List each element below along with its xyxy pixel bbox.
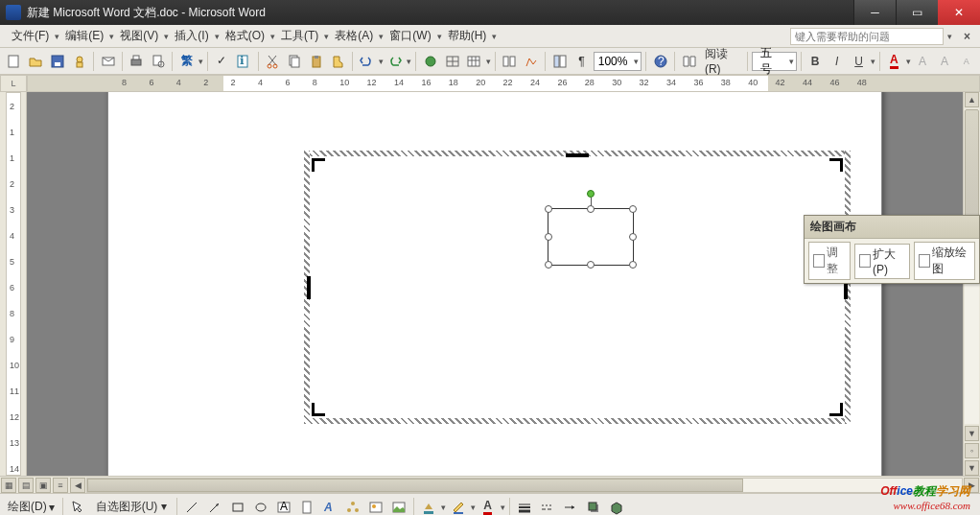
drawing-canvas-toolbar[interactable]: 绘图画布 调整 扩大(P) 缩放绘图 <box>804 215 980 284</box>
arrow-icon[interactable] <box>204 497 225 516</box>
browse-object-icon[interactable]: ◦ <box>965 443 979 458</box>
open-icon[interactable] <box>26 51 46 72</box>
zoom-combo[interactable]: 100% <box>594 52 642 71</box>
underline-icon[interactable]: U <box>849 51 869 72</box>
tables-borders-icon[interactable] <box>442 51 462 72</box>
hscroll-thumb[interactable] <box>87 479 743 492</box>
line-color-icon[interactable] <box>448 497 469 516</box>
doc-map-icon[interactable] <box>549 51 570 72</box>
canvas-handle-top[interactable] <box>566 153 589 157</box>
font-color-draw-icon[interactable]: A <box>478 497 499 516</box>
line-style-icon[interactable] <box>514 497 535 516</box>
shrink-font-icon[interactable]: A <box>956 51 976 72</box>
maximize-button[interactable]: ▭ <box>896 0 938 25</box>
oval-icon[interactable] <box>250 497 271 516</box>
vertical-textbox-icon[interactable] <box>296 497 317 516</box>
view-normal-icon[interactable]: ▦ <box>1 478 16 493</box>
cut-icon[interactable] <box>263 51 283 72</box>
canvas-corner-br[interactable] <box>829 403 843 416</box>
view-outline-icon[interactable]: ≡ <box>53 478 68 493</box>
menu-insert[interactable]: 插入(I) <box>169 26 214 46</box>
canvas-corner-bl[interactable] <box>312 403 325 416</box>
resize-handle-l[interactable] <box>545 233 552 241</box>
hruler[interactable]: /*populated below*/ 86422468101214161820… <box>27 75 980 92</box>
minimize-button[interactable]: ─ <box>853 0 896 25</box>
menu-window[interactable]: 窗口(W) <box>384 26 436 46</box>
bold-icon[interactable]: B <box>805 51 826 72</box>
resize-handle-br[interactable] <box>629 261 637 269</box>
rotation-handle[interactable] <box>587 190 595 198</box>
resize-handle-tl[interactable] <box>545 205 552 213</box>
research-icon[interactable]: ℹ <box>234 51 254 72</box>
select-objects-icon[interactable] <box>67 497 88 516</box>
drawing-canvas-title[interactable]: 绘图画布 <box>805 216 979 239</box>
resize-handle-r[interactable] <box>629 233 637 241</box>
fit-button[interactable]: 调整 <box>808 242 851 280</box>
close-button[interactable]: ✕ <box>938 0 980 25</box>
clipart-icon[interactable] <box>365 497 386 516</box>
mail-icon[interactable] <box>98 51 118 72</box>
scroll-up-icon[interactable]: ▲ <box>965 92 979 107</box>
paste-icon[interactable] <box>306 51 326 72</box>
wordart-icon[interactable]: A <box>319 497 340 516</box>
view-print-icon[interactable]: ▣ <box>35 478 51 493</box>
permission-icon[interactable] <box>69 51 89 72</box>
font-size-combo[interactable]: 五号 <box>752 52 797 71</box>
diagram-icon[interactable] <box>342 497 363 516</box>
format-painter-icon[interactable] <box>328 51 348 72</box>
shadow-icon[interactable] <box>583 497 604 516</box>
traditional-icon[interactable]: 繁 <box>176 51 197 72</box>
scale-drawing-button[interactable]: 缩放绘图 <box>914 242 975 280</box>
resize-handle-bl[interactable] <box>545 261 552 269</box>
horizontal-scrollbar[interactable]: ▦ ▤ ▣ ≡ ◀ ▶ <box>0 476 980 493</box>
columns-icon[interactable] <box>500 51 520 72</box>
copy-icon[interactable] <box>284 51 304 72</box>
hscroll-track[interactable] <box>86 478 963 493</box>
grow-font-icon[interactable]: A <box>935 51 955 72</box>
print-preview-icon[interactable] <box>149 51 169 72</box>
textbox-icon[interactable]: A <box>273 497 294 516</box>
line-icon[interactable] <box>181 497 202 516</box>
menu-format[interactable]: 格式(O) <box>220 26 270 46</box>
redo-icon[interactable] <box>385 51 406 72</box>
picture-icon[interactable] <box>388 497 409 516</box>
resize-handle-b[interactable] <box>587 261 595 269</box>
vertical-ruler[interactable]: 21123456891011121314 <box>0 92 27 476</box>
scroll-down-icon[interactable]: ▼ <box>965 426 979 441</box>
view-web-icon[interactable]: ▤ <box>18 478 34 493</box>
menu-edit[interactable]: 编辑(E) <box>59 26 109 46</box>
font-color-icon[interactable]: A <box>884 51 904 72</box>
canvas-area[interactable]: ▲ ▼ ◦ ▼ <box>27 92 980 476</box>
undo-icon[interactable] <box>357 51 377 72</box>
menu-tools[interactable]: 工具(T) <box>275 26 324 46</box>
resize-handle-t[interactable] <box>587 205 595 213</box>
hscroll-left-icon[interactable]: ◀ <box>70 478 85 493</box>
autoshapes-menu[interactable]: 自选图形(U) ▾ <box>90 497 173 515</box>
dash-style-icon[interactable] <box>537 497 558 516</box>
new-icon[interactable] <box>4 51 24 72</box>
hyperlink-icon[interactable] <box>420 51 440 72</box>
char-scaling-icon[interactable]: A <box>913 51 933 72</box>
canvas-corner-tr[interactable] <box>829 158 843 172</box>
expand-button[interactable]: 扩大(P) <box>854 244 910 279</box>
resize-handle-tr[interactable] <box>629 205 637 213</box>
menu-help[interactable]: 帮助(H) <box>442 26 493 46</box>
insert-table-icon[interactable] <box>464 51 484 72</box>
help-icon[interactable]: ? <box>650 51 670 72</box>
drawing-icon[interactable] <box>521 51 541 72</box>
show-hide-icon[interactable]: ¶ <box>572 51 592 72</box>
read-mode-icon[interactable] <box>679 51 699 72</box>
draw-menu[interactable]: 绘图(D) ▾ <box>4 497 58 515</box>
italic-icon[interactable]: I <box>827 51 847 72</box>
canvas-handle-left[interactable] <box>307 276 311 299</box>
fill-color-icon[interactable] <box>418 497 439 516</box>
menu-file[interactable]: 文件(F) <box>6 26 55 46</box>
menu-view[interactable]: 视图(V) <box>114 26 164 46</box>
next-page-icon[interactable]: ▼ <box>965 460 979 476</box>
vertical-scrollbar[interactable]: ▲ ▼ ◦ ▼ <box>963 92 980 476</box>
close-document-button[interactable]: × <box>960 30 974 43</box>
page[interactable] <box>107 92 882 476</box>
drawing-canvas[interactable] <box>304 151 851 424</box>
rectangle-shape[interactable] <box>548 208 634 266</box>
read-label[interactable]: 阅读(R) <box>701 44 745 78</box>
